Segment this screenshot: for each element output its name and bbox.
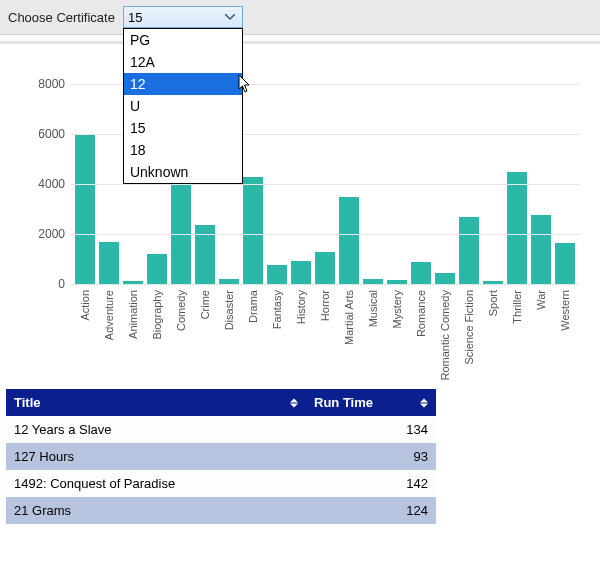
chart-bar	[291, 261, 311, 284]
cell-runtime: 134	[306, 416, 436, 443]
x-axis-label: Sport	[487, 290, 499, 316]
table-row[interactable]: 21 Grams124	[6, 497, 436, 524]
x-label-slot: Martial Arts	[339, 290, 360, 370]
bar-slot	[146, 254, 167, 284]
bar-slot	[74, 134, 95, 284]
y-axis-tick: 4000	[20, 177, 65, 191]
x-axis-label: Animation	[127, 290, 139, 339]
chart-bar	[411, 262, 431, 285]
dropdown-option[interactable]: 12A	[124, 51, 242, 73]
x-label-slot: Musical	[363, 290, 384, 370]
combobox-display[interactable]: 15	[123, 6, 243, 28]
x-label-slot: Mystery	[387, 290, 408, 370]
chart-bar	[75, 134, 95, 284]
chart-bar	[315, 252, 335, 285]
bar-slot	[555, 243, 576, 284]
x-axis-label: Musical	[367, 290, 379, 327]
x-axis-label: Science Fiction	[463, 290, 475, 365]
x-axis-label: Action	[79, 290, 91, 321]
x-label-slot: Animation	[122, 290, 143, 370]
cell-title: 12 Years a Slave	[6, 416, 306, 443]
chart-gridline	[70, 234, 580, 235]
cell-runtime: 124	[306, 497, 436, 524]
genre-bar-chart: ActionAdventureAnimationBiographyComedyC…	[0, 44, 600, 379]
table-row[interactable]: 1492: Conquest of Paradise142	[6, 470, 436, 497]
bar-slot	[411, 262, 432, 285]
x-axis-label: Fantasy	[271, 290, 283, 329]
dropdown-option[interactable]: 18	[124, 139, 242, 161]
column-header-runtime[interactable]: Run Time	[306, 389, 436, 416]
dropdown-option[interactable]: 12	[124, 73, 242, 95]
chart-bar	[531, 215, 551, 284]
cell-runtime: 142	[306, 470, 436, 497]
x-axis-label: Romance	[415, 290, 427, 337]
certificate-dropdown[interactable]: PG12A12U1518Unknown	[123, 28, 243, 184]
bar-slot	[339, 197, 360, 285]
x-label-slot: Romantic Comedy	[435, 290, 456, 370]
x-label-slot: Drama	[242, 290, 263, 370]
dropdown-option[interactable]: PG	[124, 29, 242, 51]
bar-slot	[435, 273, 456, 284]
x-label-slot: Romance	[411, 290, 432, 370]
chart-bar	[507, 172, 527, 285]
cell-runtime: 93	[306, 443, 436, 470]
x-label-slot: Fantasy	[266, 290, 287, 370]
dropdown-option[interactable]: 15	[124, 117, 242, 139]
bar-slot	[459, 217, 480, 285]
x-axis-label: Disaster	[223, 290, 235, 330]
results-table: Title Run Time 12 Years a Slave134127 Ho…	[6, 389, 436, 524]
x-axis-label: Western	[559, 290, 571, 331]
x-label-slot: Science Fiction	[459, 290, 480, 370]
x-axis-label: Thriller	[511, 290, 523, 324]
y-axis-tick: 0	[20, 277, 65, 291]
chart-bar	[435, 273, 455, 284]
x-label-slot: War	[531, 290, 552, 370]
column-header-title[interactable]: Title	[6, 389, 306, 416]
x-label-slot: History	[290, 290, 311, 370]
toolbar: Choose Certificate 15 PG12A12U1518Unknow…	[0, 0, 600, 35]
column-header-title-text: Title	[14, 395, 41, 410]
bar-slot	[507, 172, 528, 285]
sort-icon[interactable]	[420, 398, 428, 407]
column-header-runtime-text: Run Time	[314, 395, 373, 410]
x-axis-label: Biography	[151, 290, 163, 340]
x-label-slot: Western	[555, 290, 576, 370]
x-label-slot: Crime	[194, 290, 215, 370]
chart-gridline	[70, 184, 580, 185]
x-axis-label: Drama	[247, 290, 259, 323]
x-label-slot: Sport	[483, 290, 504, 370]
x-label-slot: Disaster	[218, 290, 239, 370]
x-label-slot: Adventure	[98, 290, 119, 370]
certificate-combobox[interactable]: 15 PG12A12U1518Unknown	[123, 6, 243, 28]
x-axis-label: Mystery	[391, 290, 403, 329]
bar-slot	[314, 252, 335, 285]
x-label-slot: Biography	[146, 290, 167, 370]
x-axis-label: Romantic Comedy	[439, 290, 451, 380]
bar-slot	[290, 261, 311, 284]
chart-bar	[459, 217, 479, 285]
table-row[interactable]: 12 Years a Slave134	[6, 416, 436, 443]
chart-bar	[243, 177, 263, 285]
x-axis-label: History	[295, 290, 307, 324]
sort-icon[interactable]	[290, 398, 298, 407]
chart-bar	[147, 254, 167, 284]
cell-title: 1492: Conquest of Paradise	[6, 470, 306, 497]
table-row[interactable]: 127 Hours93	[6, 443, 436, 470]
chart-bar	[267, 265, 287, 285]
chart-bar	[339, 197, 359, 285]
chevron-down-icon	[222, 9, 238, 25]
chart-bar	[555, 243, 575, 284]
dropdown-option[interactable]: Unknown	[124, 161, 242, 183]
chart-gridline	[70, 284, 580, 285]
dropdown-option[interactable]: U	[124, 95, 242, 117]
certificate-label: Choose Certificate	[8, 10, 115, 25]
combobox-value: 15	[128, 10, 222, 25]
cell-title: 127 Hours	[6, 443, 306, 470]
chart-bar	[99, 242, 119, 285]
chart-x-labels: ActionAdventureAnimationBiographyComedyC…	[70, 290, 580, 370]
bar-slot	[242, 177, 263, 285]
bar-slot	[98, 242, 119, 285]
x-label-slot: Horror	[314, 290, 335, 370]
y-axis-tick: 2000	[20, 227, 65, 241]
x-axis-label: Adventure	[103, 290, 115, 340]
